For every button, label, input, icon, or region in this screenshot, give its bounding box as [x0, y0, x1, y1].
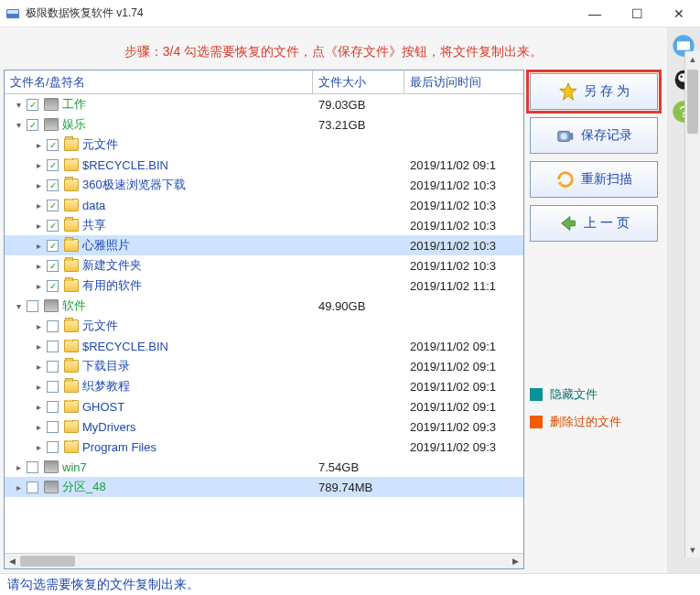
row-checkbox[interactable]: ✓: [27, 119, 38, 131]
column-header-name[interactable]: 文件名/盘符名: [5, 70, 313, 93]
scroll-left-arrow[interactable]: ◀: [5, 554, 20, 569]
row-label: 娱乐: [62, 116, 86, 133]
chevron-right-icon[interactable]: ▸: [12, 460, 25, 473]
row-checkbox[interactable]: ✓: [47, 200, 59, 211]
row-time: 2019/11/02 09:3: [404, 440, 523, 454]
chevron-right-icon[interactable]: ▸: [32, 420, 45, 433]
chevron-right-icon[interactable]: ▸: [32, 340, 45, 352]
scroll-right-arrow[interactable]: ▶: [508, 554, 523, 569]
chevron-right-icon[interactable]: ▸: [32, 440, 45, 453]
file-tree-panel: 文件名/盘符名 文件大小 最后访问时间 ▾✓工作79.03GB▾✓娱乐73.21…: [4, 70, 524, 569]
vertical-scrollbar[interactable]: ▲ ▼: [684, 51, 700, 557]
save-as-button[interactable]: 另 存 为: [530, 73, 658, 110]
tree-row[interactable]: ▸win77.54GB: [5, 457, 523, 477]
row-checkbox[interactable]: [47, 421, 59, 433]
chevron-right-icon[interactable]: ▸: [32, 138, 45, 151]
row-time: 2019/11/02 10:3: [404, 219, 523, 233]
tree-row[interactable]: ▾✓工作79.03GB: [5, 94, 523, 114]
scroll-down-arrow[interactable]: ▼: [685, 542, 700, 557]
chevron-right-icon[interactable]: ▸: [32, 158, 45, 171]
chevron-right-icon[interactable]: ▸: [12, 481, 25, 493]
horizontal-scroll-thumb[interactable]: [20, 556, 75, 567]
tree-row[interactable]: ▸织梦教程2019/11/02 09:1: [5, 376, 523, 396]
row-checkbox[interactable]: ✓: [27, 99, 38, 111]
horizontal-scrollbar[interactable]: ◀ ▶: [5, 553, 523, 568]
column-header-size[interactable]: 文件大小: [313, 70, 404, 93]
step-instruction: 步骤：3/4 勾选需要恢复的文件，点《保存文件》按钮，将文件复制出来。: [4, 31, 663, 70]
row-checkbox[interactable]: ✓: [47, 220, 59, 232]
svg-point-12: [681, 76, 683, 78]
tree-row[interactable]: ▸MyDrivers2019/11/02 09:3: [5, 416, 523, 437]
row-checkbox[interactable]: ✓: [47, 280, 59, 292]
row-checkbox[interactable]: ✓: [47, 139, 59, 151]
rescan-button[interactable]: 重新扫描: [530, 161, 658, 198]
row-label: Program Files: [82, 440, 156, 454]
tree-row[interactable]: ▸下载目录2019/11/02 09:1: [5, 356, 523, 376]
prev-page-button[interactable]: 上 一 页: [530, 205, 658, 242]
tree-row[interactable]: ▸✓新建文件夹2019/11/02 10:3: [5, 255, 523, 276]
chevron-right-icon[interactable]: ▸: [32, 199, 45, 211]
row-checkbox[interactable]: [47, 441, 59, 453]
row-checkbox[interactable]: [47, 341, 59, 352]
tree-row[interactable]: ▸✓data2019/11/02 10:3: [5, 195, 523, 215]
chevron-right-icon[interactable]: ▸: [32, 239, 45, 252]
row-checkbox[interactable]: ✓: [47, 179, 59, 191]
chevron-right-icon[interactable]: ▸: [32, 380, 45, 393]
row-size: 7.54GB: [313, 460, 404, 474]
chevron-right-icon[interactable]: ▸: [32, 219, 45, 232]
row-checkbox[interactable]: [27, 481, 38, 493]
row-size: 789.74MB: [313, 481, 404, 494]
folder-icon: [64, 360, 79, 373]
tree-row[interactable]: ▸✓$RECYCLE.BIN2019/11/02 09:1: [5, 155, 523, 175]
row-checkbox[interactable]: ✓: [47, 159, 59, 171]
row-checkbox[interactable]: [27, 461, 38, 473]
row-checkbox[interactable]: [27, 300, 38, 312]
tree-row[interactable]: ▸Program Files2019/11/02 09:3: [5, 437, 523, 457]
chevron-down-icon[interactable]: ▾: [12, 118, 25, 131]
row-checkbox[interactable]: [47, 381, 59, 393]
svg-marker-7: [562, 217, 576, 231]
chevron-right-icon[interactable]: ▸: [32, 360, 45, 373]
vertical-scroll-thumb[interactable]: [687, 70, 698, 134]
minimize-button[interactable]: —: [574, 0, 616, 27]
window-title: 极限数据恢复软件 v1.74: [26, 5, 574, 21]
svg-rect-9: [677, 41, 690, 49]
close-button[interactable]: ✕: [658, 0, 700, 27]
tree-row[interactable]: ▸✓元文件: [5, 135, 523, 155]
save-log-button[interactable]: 保存记录: [530, 117, 658, 154]
chevron-down-icon[interactable]: ▾: [12, 98, 25, 111]
tree-row[interactable]: ▸分区_48789.74MB: [5, 477, 523, 497]
row-checkbox[interactable]: ✓: [47, 240, 59, 252]
legend-swatch-hidden: [530, 388, 543, 401]
tree-row[interactable]: ▸✓360极速浏览器下载2019/11/02 10:3: [5, 175, 523, 195]
chevron-right-icon[interactable]: ▸: [32, 178, 45, 191]
folder-icon: [64, 319, 79, 332]
row-label: 软件: [62, 298, 86, 314]
chevron-right-icon[interactable]: ▸: [32, 319, 45, 332]
horizontal-scroll-track[interactable]: [20, 554, 508, 568]
tree-row[interactable]: ▾✓娱乐73.21GB: [5, 114, 523, 135]
tree-row[interactable]: ▸GHOST2019/11/02 09:1: [5, 396, 523, 416]
row-checkbox[interactable]: [47, 401, 59, 413]
svg-rect-1: [7, 10, 18, 14]
chevron-right-icon[interactable]: ▸: [32, 259, 45, 272]
tree-row[interactable]: ▸✓共享2019/11/02 10:3: [5, 215, 523, 235]
tree-row[interactable]: ▾软件49.90GB: [5, 296, 523, 316]
prev-page-label: 上 一 页: [584, 215, 630, 232]
tree-row[interactable]: ▸✓心雅照片2019/11/02 10:3: [5, 235, 523, 255]
legend-deleted: 删除过的文件: [530, 414, 658, 430]
chevron-right-icon[interactable]: ▸: [32, 400, 45, 413]
row-time: 2019/11/02 09:1: [404, 360, 523, 373]
row-checkbox[interactable]: ✓: [47, 260, 59, 272]
chevron-down-icon[interactable]: ▾: [12, 299, 25, 312]
tree-row[interactable]: ▸$RECYCLE.BIN2019/11/02 09:1: [5, 336, 523, 356]
title-bar[interactable]: 极限数据恢复软件 v1.74 — ☐ ✕: [0, 0, 700, 27]
tree-row[interactable]: ▸元文件: [5, 316, 523, 336]
tree-row[interactable]: ▸✓有用的软件2019/11/02 11:1: [5, 276, 523, 296]
row-checkbox[interactable]: [47, 361, 59, 373]
maximize-button[interactable]: ☐: [616, 0, 658, 27]
column-header-time[interactable]: 最后访问时间: [404, 70, 523, 93]
scroll-up-arrow[interactable]: ▲: [685, 51, 700, 67]
chevron-right-icon[interactable]: ▸: [32, 279, 45, 292]
row-checkbox[interactable]: [47, 320, 59, 332]
